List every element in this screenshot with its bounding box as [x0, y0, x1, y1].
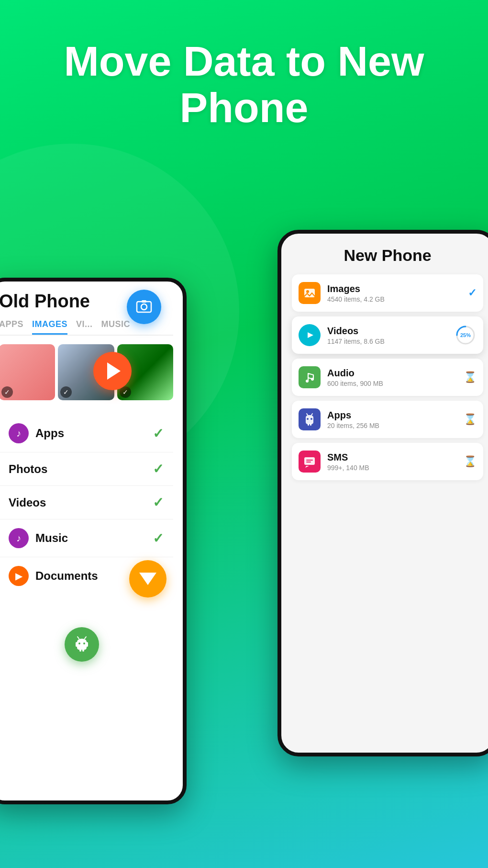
list-item-documents-left: ▶ Documents [9, 566, 98, 586]
play-icon [107, 362, 121, 380]
audio-info: Audio 600 items, 900 MB [327, 368, 464, 387]
images-status: ✓ [468, 287, 477, 299]
new-list-item-videos[interactable]: Videos 1147 items, 8.6 GB 25% [292, 316, 483, 354]
new-list-item-sms[interactable]: SMS 999+, 140 MB ⌛ [292, 443, 483, 480]
videos-name: Videos [327, 326, 455, 337]
documents-icon: ▶ [9, 566, 29, 586]
photo-cell-face: ✓ [0, 344, 55, 400]
phones-area: Old Phone APPS IMAGES VI... MUSIC ✓ ✓ ✓ [0, 230, 488, 868]
music-label: Music [35, 531, 68, 545]
list-item-music-left: ♪ Music [9, 528, 68, 548]
sms-hourglass-icon: ⌛ [464, 455, 477, 468]
svg-point-12 [306, 290, 309, 293]
apps-new-info: Apps 20 items, 256 MB [327, 410, 464, 429]
svg-line-21 [311, 414, 312, 415]
tab-videos[interactable]: VI... [76, 319, 93, 335]
apps-new-icon [299, 408, 321, 430]
tab-images[interactable]: IMAGES [32, 319, 67, 335]
down-arrow-float-button[interactable] [129, 560, 166, 597]
images-icon [299, 282, 321, 304]
videos-info: Videos 1147 items, 8.6 GB [327, 326, 455, 345]
svg-rect-0 [137, 302, 151, 312]
list-item-music[interactable]: ♪ Music ✓ [0, 519, 173, 557]
documents-label: Documents [35, 569, 98, 583]
hero-title: Move Data to New Phone [0, 0, 488, 150]
android-float-icon [65, 627, 99, 662]
svg-line-5 [78, 637, 79, 639]
svg-point-16 [306, 380, 309, 383]
sms-name: SMS [327, 452, 464, 463]
svg-point-4 [83, 643, 85, 644]
photo-check-3: ✓ [120, 386, 131, 398]
play-float-button[interactable] [93, 352, 132, 390]
images-info: Images 4540 items, 4.2 GB [327, 283, 468, 303]
videos-progress: 25% [455, 324, 477, 346]
sms-sub: 999+, 140 MB [327, 464, 464, 472]
svg-line-6 [85, 637, 86, 639]
list-item-apps[interactable]: ♪ Apps ✓ [0, 415, 173, 452]
photo-float-icon [127, 290, 161, 324]
sms-icon [299, 451, 321, 473]
list-item-apps-left: ♪ Apps [9, 423, 64, 443]
audio-sub: 600 items, 900 MB [327, 380, 464, 387]
list-item-videos[interactable]: Videos ✓ [0, 486, 173, 519]
apps-label: Apps [35, 427, 64, 440]
svg-rect-8 [86, 642, 88, 647]
svg-rect-9 [79, 649, 81, 652]
svg-point-3 [78, 643, 80, 644]
new-list-item-audio[interactable]: Audio 600 items, 900 MB ⌛ [292, 359, 483, 396]
svg-line-20 [307, 414, 308, 415]
photos-label: Photos [9, 462, 47, 476]
new-list-item-apps[interactable]: Apps 20 items, 256 MB ⌛ [292, 401, 483, 438]
images-name: Images [327, 283, 468, 294]
videos-label: Videos [9, 496, 46, 509]
svg-marker-13 [308, 332, 313, 338]
audio-icon [299, 366, 321, 388]
svg-rect-7 [76, 642, 78, 647]
videos-sub: 1147 items, 8.6 GB [327, 338, 455, 345]
photo-check-2: ✓ [60, 386, 72, 398]
music-check: ✓ [153, 530, 164, 546]
tab-music[interactable]: MUSIC [101, 319, 131, 335]
apps-check: ✓ [153, 426, 164, 441]
svg-point-18 [307, 418, 309, 420]
svg-rect-23 [310, 423, 311, 426]
photos-grid: ✓ ✓ ✓ [0, 344, 173, 400]
list-item-photos[interactable]: Photos ✓ [0, 452, 173, 486]
list-item-videos-left: Videos [9, 496, 46, 509]
videos-progress-label: 25% [460, 332, 471, 338]
new-list-item-images[interactable]: Images 4540 items, 4.2 GB ✓ [292, 274, 483, 312]
apps-hourglass-icon: ⌛ [464, 413, 477, 426]
photo-check-1: ✓ [1, 386, 13, 398]
svg-rect-2 [142, 300, 146, 303]
sms-info: SMS 999+, 140 MB [327, 452, 464, 472]
svg-point-19 [311, 418, 312, 420]
svg-point-17 [311, 378, 314, 381]
audio-name: Audio [327, 368, 464, 379]
apps-icon: ♪ [9, 423, 29, 443]
svg-rect-22 [308, 423, 309, 426]
videos-icon [299, 324, 321, 346]
new-phone-title: New Phone [292, 246, 483, 265]
audio-hourglass-icon: ⌛ [464, 371, 477, 383]
music-icon: ♪ [9, 528, 29, 548]
old-phone: Old Phone APPS IMAGES VI... MUSIC ✓ ✓ ✓ [0, 278, 187, 804]
svg-rect-10 [82, 649, 84, 652]
images-sub: 4540 items, 4.2 GB [327, 295, 468, 303]
new-phone: New Phone Images 4540 items, 4.2 GB ✓ [277, 230, 488, 756]
svg-rect-24 [304, 457, 315, 465]
apps-new-name: Apps [327, 410, 464, 421]
videos-check: ✓ [153, 495, 164, 510]
list-item-photos-left: Photos [9, 462, 47, 476]
tab-apps[interactable]: APPS [0, 319, 23, 335]
photos-check: ✓ [153, 461, 164, 477]
apps-new-sub: 20 items, 256 MB [327, 422, 464, 429]
down-arrow-icon [139, 573, 156, 585]
svg-point-1 [141, 304, 147, 310]
